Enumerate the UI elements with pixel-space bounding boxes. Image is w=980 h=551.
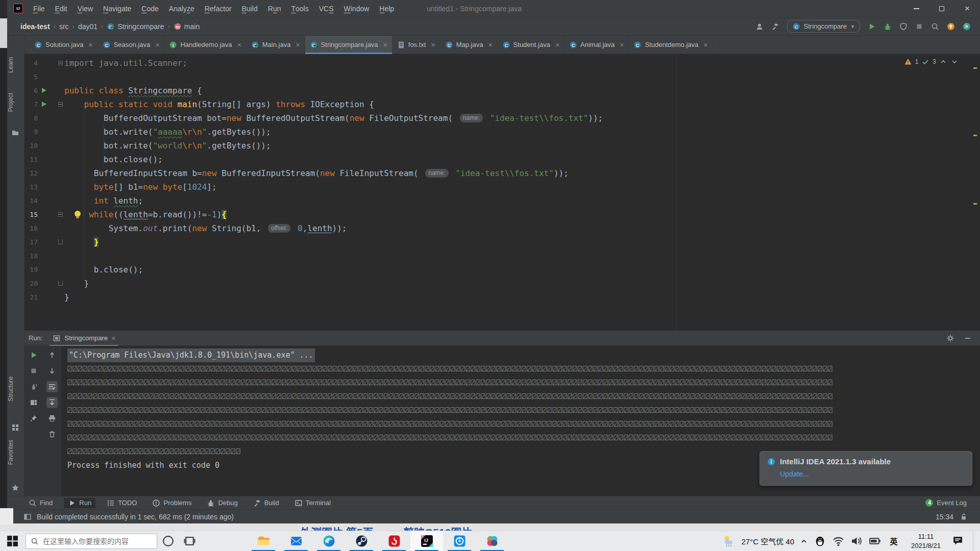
fold-toggle[interactable]	[58, 212, 63, 217]
tool-window-button-run[interactable]: Run	[64, 498, 95, 508]
wifi-icon[interactable]	[832, 535, 845, 547]
close-icon[interactable]: ×	[237, 41, 241, 49]
tool-button-structure[interactable]: Structure	[7, 377, 24, 402]
folder-icon[interactable]	[11, 129, 19, 137]
maximize-window-button[interactable]	[929, 0, 954, 17]
minimize-window-button[interactable]	[903, 0, 929, 17]
volume-icon[interactable]	[850, 535, 863, 547]
menu-help[interactable]: Help	[374, 0, 399, 17]
menu-build[interactable]: Build	[237, 0, 263, 17]
taskbar-app-driver[interactable]	[443, 531, 476, 551]
up-stack-trace-button[interactable]	[48, 351, 56, 359]
star-icon[interactable]	[11, 484, 19, 492]
event-log-button[interactable]: 4 Event Log	[925, 499, 980, 507]
stop-button[interactable]	[915, 22, 923, 31]
error-stripe-mark[interactable]	[973, 135, 977, 136]
close-icon[interactable]: ×	[383, 41, 387, 49]
tool-window-button-debug[interactable]: Debug	[203, 498, 241, 508]
taskbar-app-photos[interactable]	[476, 531, 508, 551]
breadcrumb-item-src[interactable]: src	[59, 22, 69, 31]
start-button[interactable]	[0, 531, 24, 551]
action-center-button[interactable]	[951, 535, 964, 547]
tool-window-button-problems[interactable]: Problems	[148, 498, 195, 508]
tool-button-project[interactable]: Project	[7, 93, 24, 112]
weather-widget[interactable]: 27°C 空气优 40	[741, 536, 794, 546]
taskbar-clock[interactable]: 11:11 2021/8/21	[906, 532, 946, 550]
taskbar-app-netease[interactable]	[378, 531, 410, 551]
taskbar-app-idea[interactable]: IJ	[410, 531, 443, 551]
clear-console-button[interactable]	[48, 430, 56, 438]
task-view-button[interactable]	[179, 531, 200, 551]
update-link[interactable]: Update...	[780, 470, 965, 478]
taskbar-search-input[interactable]	[43, 537, 145, 545]
inspection-widget[interactable]: 1 3	[904, 58, 959, 66]
error-stripe-mark[interactable]	[973, 67, 977, 69]
close-icon[interactable]: ×	[431, 41, 435, 49]
rerun-button[interactable]	[30, 351, 38, 359]
close-icon[interactable]: ×	[703, 41, 707, 49]
tab-stringcompare-java[interactable]: CStringcompare.java×	[305, 36, 393, 54]
breadcrumb-item-idea-test[interactable]: idea-test	[20, 22, 50, 31]
run-configuration-select[interactable]: C Stringcompare ▼	[787, 20, 860, 33]
taskbar-search[interactable]	[26, 534, 157, 549]
breadcrumb-item-day01[interactable]: day01	[78, 22, 97, 31]
tab-solution-java[interactable]: CSolution.java×	[30, 36, 98, 54]
down-stack-trace-button[interactable]	[48, 367, 56, 375]
menu-navigate[interactable]: Navigate	[98, 0, 136, 17]
tab-animal-java[interactable]: CAnimal.java×	[565, 36, 629, 54]
tab-studentdemo-java[interactable]: CStudentdemo.java×	[629, 36, 713, 54]
run-line-button[interactable]	[42, 102, 46, 107]
close-window-button[interactable]: ×	[954, 0, 980, 17]
taskbar-app-explorer[interactable]	[247, 531, 280, 551]
show-desktop-button[interactable]	[973, 531, 977, 551]
menu-window[interactable]: Window	[339, 0, 375, 17]
layout-settings-button[interactable]	[30, 398, 38, 407]
tab-season-java[interactable]: CSeason.java×	[98, 36, 165, 54]
gear-icon[interactable]	[946, 334, 954, 342]
run-with-coverage-button[interactable]	[899, 22, 908, 31]
menu-run[interactable]: Run	[263, 0, 286, 17]
taskbar-app-steam[interactable]	[345, 531, 378, 551]
ide-features-icon[interactable]	[963, 22, 971, 31]
close-icon[interactable]: ×	[155, 41, 159, 49]
close-icon[interactable]: ×	[555, 41, 559, 49]
tool-button-learn[interactable]: Learn	[7, 57, 24, 73]
tool-window-button-find[interactable]: Find	[24, 498, 57, 508]
build-project-button[interactable]	[771, 22, 779, 31]
previous-problem-button[interactable]	[939, 58, 947, 66]
tray-overflow-button[interactable]	[800, 537, 808, 545]
close-icon[interactable]: ×	[296, 41, 300, 49]
run-console-tab[interactable]: Stringcompare ×	[48, 331, 119, 346]
fold-toggle[interactable]	[58, 102, 63, 107]
hide-panel-button[interactable]	[964, 334, 972, 342]
tool-window-button-todo[interactable]: TODO	[103, 498, 141, 508]
close-icon[interactable]: ×	[620, 41, 624, 49]
update-available-icon[interactable]	[947, 22, 955, 31]
close-icon[interactable]: ×	[88, 41, 92, 49]
menu-analyze[interactable]: Analyze	[164, 0, 200, 17]
qq-icon[interactable]	[814, 535, 826, 547]
tool-window-toggle-icon[interactable]	[23, 513, 32, 521]
stop-process-button[interactable]	[30, 367, 38, 375]
user-icon[interactable]	[755, 22, 764, 31]
lock-icon[interactable]	[960, 513, 968, 521]
tab-fos-txt[interactable]: fos.txt×	[393, 36, 440, 54]
run-button[interactable]	[868, 22, 876, 31]
close-icon[interactable]: ×	[111, 334, 115, 342]
search-everywhere-button[interactable]	[931, 22, 939, 31]
menu-edit[interactable]: Edit	[50, 0, 72, 17]
error-stripe-mark[interactable]	[973, 203, 977, 205]
input-method-indicator[interactable]: 英	[887, 536, 900, 546]
menu-vcs[interactable]: VCS	[314, 0, 339, 17]
menu-view[interactable]: View	[72, 0, 98, 17]
tool-window-button-terminal[interactable]: Terminal	[290, 498, 335, 508]
menu-refactor[interactable]: Refactor	[200, 0, 237, 17]
tool-window-button-build[interactable]: Build	[249, 498, 283, 508]
menu-code[interactable]: Code	[136, 0, 163, 17]
weather-icon[interactable]	[723, 535, 736, 547]
debug-button[interactable]	[884, 22, 892, 31]
battery-icon[interactable]	[869, 535, 881, 547]
tab-main-java[interactable]: CMain.java×	[247, 36, 305, 54]
pin-tab-button[interactable]	[30, 414, 38, 422]
code-editor[interactable]: 4import java.util.Scanner;56public class…	[24, 54, 980, 331]
